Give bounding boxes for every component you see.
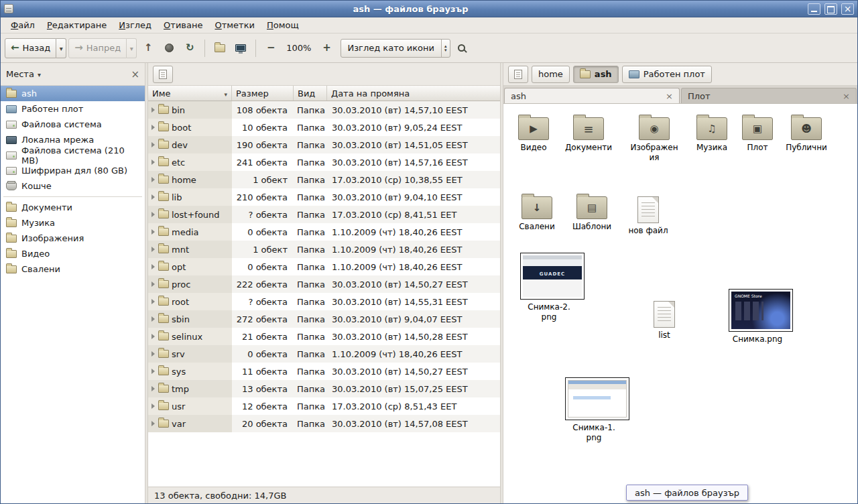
file-row[interactable]: root ? обекта Папка 30.03.2010 (вт) 14,5… [148, 293, 500, 310]
expander-icon[interactable] [151, 107, 155, 113]
file-row[interactable]: srv 0 обекта Папка 1.10.2009 (чт) 18,40,… [148, 345, 500, 363]
expander-icon[interactable] [151, 316, 155, 322]
menu-item[interactable]: Отметки [209, 18, 261, 32]
sidebar-title[interactable]: Места [6, 69, 34, 79]
expander-icon[interactable] [151, 281, 155, 287]
file-row[interactable]: home 1 обект Папка 17.03.2010 (ср) 10,38… [148, 171, 500, 188]
icon-view-item[interactable]: Документи [560, 111, 617, 153]
expander-icon[interactable] [151, 386, 155, 391]
back-history-dropdown[interactable] [56, 38, 66, 58]
sidebar-bookmark-item[interactable]: Свалени [1, 261, 145, 277]
path-button[interactable]: home [532, 66, 570, 83]
expander-icon[interactable] [151, 369, 155, 374]
file-row[interactable]: etc 241 обекта Папка 30.03.2010 (вт) 14,… [148, 153, 500, 171]
column-header-size[interactable]: Размер [232, 86, 294, 101]
sidebar-place-item[interactable]: Шифриран дял (80 GB) [1, 163, 145, 178]
expander-icon[interactable] [151, 142, 155, 147]
reload-button[interactable] [180, 38, 199, 58]
sidebar-place-item[interactable]: Работен плот [1, 101, 145, 117]
expander-icon[interactable] [151, 351, 155, 357]
path-button[interactable]: ash [573, 66, 619, 83]
file-row[interactable]: boot 10 обекта Папка 30.03.2010 (вт) 9,0… [148, 119, 500, 136]
icon-view-item[interactable]: GNOME Store Снимка.png [729, 289, 786, 344]
file-row[interactable]: media 0 обекта Папка 1.10.2009 (чт) 18,4… [148, 223, 500, 241]
computer-button[interactable] [231, 38, 250, 58]
column-header-name[interactable]: Име [148, 86, 232, 101]
sidebar-close-icon[interactable] [131, 68, 139, 80]
file-row[interactable]: bin 108 обекта Папка 30.03.2010 (вт) 14,… [148, 101, 500, 119]
expander-icon[interactable] [151, 403, 155, 409]
column-header-date[interactable]: Дата на промяна [327, 86, 500, 101]
file-row[interactable]: lost+found ? обекта Папка 17.03.2010 (ср… [148, 206, 500, 223]
expander-icon[interactable] [151, 212, 155, 217]
sidebar-bookmark-item[interactable]: Документи [1, 200, 145, 215]
icon-view-item[interactable]: GUADEC Снимка-2. png [520, 253, 578, 322]
menu-item[interactable]: Редактиране [41, 18, 113, 32]
file-row[interactable]: mnt 1 обект Папка 1.10.2009 (чт) 18,40,2… [148, 241, 500, 258]
expander-icon[interactable] [151, 334, 155, 339]
tab-close-icon[interactable] [843, 91, 850, 101]
file-row[interactable]: usr 12 обекта Папка 17.03.2010 (ср) 8,51… [148, 397, 500, 415]
sidebar-place-item[interactable]: ash [1, 86, 145, 101]
icon-view-item[interactable]: Изображен ия [625, 111, 683, 163]
zoom-in-button[interactable] [317, 38, 336, 58]
file-row[interactable]: sbin 272 обекта Папка 30.03.2010 (вт) 9,… [148, 310, 500, 328]
minimize-icon[interactable] [808, 3, 820, 15]
icon-view-item[interactable]: нов файл [619, 192, 677, 236]
sidebar-bookmark-item[interactable]: Музика [1, 215, 145, 231]
expander-icon[interactable] [151, 247, 155, 252]
up-button[interactable] [139, 38, 158, 58]
tab[interactable]: ash [504, 88, 680, 103]
tab[interactable]: Плот [681, 88, 857, 103]
icon-view-item[interactable]: Снимка-1. png [565, 377, 623, 443]
menu-item[interactable]: Отиване [158, 18, 208, 32]
column-header-type[interactable]: Вид [294, 86, 327, 101]
expander-icon[interactable] [151, 160, 155, 165]
close-icon[interactable] [841, 3, 854, 15]
file-row[interactable]: selinux 21 обекта Папка 30.03.2010 (вт) … [148, 328, 500, 345]
sidebar-place-item[interactable]: Кошче [1, 178, 145, 194]
titlebar[interactable]: ash — файлов браузър [1, 1, 857, 17]
sidebar-place-item[interactable]: Файлова система (210 MB) [1, 147, 145, 163]
expander-icon[interactable] [151, 194, 155, 200]
expander-icon[interactable] [151, 421, 155, 426]
menu-item[interactable]: Файл [5, 18, 41, 32]
menu-item[interactable]: Помощ [261, 18, 305, 32]
icon-view-item[interactable]: Публични [778, 111, 835, 153]
tab-close-icon[interactable] [666, 91, 673, 101]
file-row[interactable]: var 20 обекта Папка 30.03.2010 (вт) 14,5… [148, 415, 500, 432]
file-row[interactable]: opt 0 обекта Папка 1.10.2009 (чт) 18,40,… [148, 258, 500, 275]
back-button[interactable]: Назад [5, 38, 56, 58]
sidebar-place-item[interactable]: Файлова система [1, 117, 145, 132]
view-mode-select[interactable]: Изглед като икони [341, 39, 450, 58]
icon-view-item[interactable]: list [635, 297, 693, 340]
home-button[interactable] [210, 38, 229, 58]
expander-icon[interactable] [151, 125, 155, 130]
file-row[interactable]: lib 210 обекта Папка 30.03.2010 (вт) 9,0… [148, 188, 500, 206]
sidebar-bookmark-item[interactable]: Видео [1, 246, 145, 261]
file-row[interactable]: sys 11 обекта Папка 30.03.2010 (вт) 14,5… [148, 363, 500, 380]
menu-item[interactable]: Изглед [113, 18, 158, 32]
stop-button[interactable] [160, 38, 178, 58]
file-row[interactable]: tmp 13 обекта Папка 30.03.2010 (вт) 15,0… [148, 380, 500, 397]
toggle-location-entry-button[interactable] [508, 66, 528, 83]
expander-icon[interactable] [151, 299, 155, 304]
maximize-icon[interactable] [824, 3, 837, 15]
file-row[interactable]: dev 190 обекта Папка 30.03.2010 (вт) 14,… [148, 136, 500, 153]
forward-button[interactable]: Напред [68, 38, 127, 58]
forward-history-dropdown[interactable] [127, 38, 137, 58]
path-button[interactable]: Работен плот [622, 66, 712, 83]
sidebar-bookmark-item[interactable]: Изображения [1, 231, 145, 246]
toggle-location-entry-button[interactable] [153, 66, 173, 83]
chevron-down-icon[interactable] [38, 69, 41, 79]
file-row[interactable]: proc 222 обекта Папка 30.03.2010 (вт) 14… [148, 275, 500, 293]
expander-icon[interactable] [151, 264, 155, 269]
icon-view-item[interactable]: Шаблони [563, 190, 621, 232]
expander-icon[interactable] [151, 229, 155, 235]
search-button[interactable] [452, 38, 471, 58]
expander-icon[interactable] [151, 177, 155, 182]
icon-view[interactable]: Видео Документи [503, 104, 857, 503]
zoom-out-button[interactable] [261, 38, 280, 58]
icon-view-item[interactable]: Видео [505, 111, 562, 153]
icon-view-item[interactable]: Свалени [508, 190, 566, 232]
